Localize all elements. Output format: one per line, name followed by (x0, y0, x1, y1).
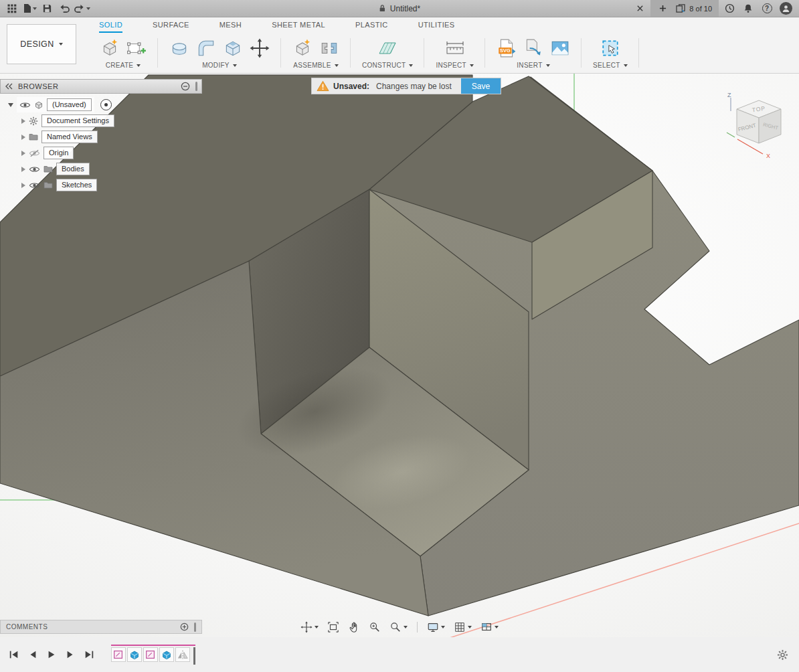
new-component-icon[interactable] (292, 38, 313, 58)
chevron-down-icon (495, 626, 499, 628)
timeline-mirror-feature[interactable] (175, 647, 190, 662)
tab-solid[interactable]: SOLID (99, 17, 122, 33)
avatar[interactable] (778, 1, 794, 16)
notifications-button[interactable] (740, 1, 756, 16)
help-button[interactable]: ? (759, 1, 775, 16)
timeline-sketch-feature[interactable] (143, 647, 158, 662)
comments-bar[interactable]: COMMENTS (0, 620, 202, 634)
move-icon[interactable] (250, 38, 270, 58)
pan-button[interactable] (347, 620, 361, 635)
construction-plane-icon[interactable] (377, 38, 397, 58)
browser-item-label[interactable]: Bodies (56, 163, 90, 175)
timeline-features (111, 645, 195, 665)
grid-snap-button[interactable] (452, 620, 473, 635)
expand-caret-icon[interactable] (21, 118, 25, 124)
create-sketch-icon[interactable] (126, 38, 147, 58)
folder-icon (29, 133, 38, 141)
job-status-button[interactable] (721, 1, 737, 16)
joint-icon[interactable] (319, 38, 339, 58)
chevron-down-icon (470, 64, 474, 67)
timeline-settings-button[interactable] (775, 647, 790, 662)
visibility-eye-icon[interactable] (19, 101, 31, 109)
workspace-select[interactable]: DESIGN (7, 24, 76, 64)
unsaved-warning-bar: Unsaved: Changes may be lost Save (311, 78, 501, 94)
tab-utilities[interactable]: UTILITIES (418, 17, 455, 33)
browser-item-label[interactable]: Document Settings (41, 114, 114, 127)
play-button[interactable] (44, 647, 59, 662)
tab-sheet-metal[interactable]: SHEET METAL (272, 17, 325, 33)
skip-to-start-button[interactable] (7, 647, 21, 662)
chevron-down-icon (137, 64, 141, 67)
close-document-button[interactable] (632, 1, 648, 16)
browser-item-label[interactable]: Sketches (56, 179, 97, 191)
step-back-button[interactable] (25, 647, 40, 662)
canvas-icon[interactable] (550, 38, 570, 58)
orbit-button[interactable] (299, 620, 320, 635)
browser-panel: BROWSER (Unsaved) (0, 79, 202, 193)
redo-button[interactable] (74, 1, 90, 16)
save-button[interactable]: Save (461, 78, 501, 94)
fillet-icon[interactable] (196, 38, 216, 58)
shell-icon[interactable] (223, 38, 243, 58)
step-forward-button[interactable] (63, 647, 78, 662)
group-label-create[interactable]: CREATE (106, 62, 141, 70)
chevron-down-icon (546, 64, 550, 67)
viewcube[interactable]: Z TOP FRONT RIGHT X (721, 91, 796, 166)
visibility-eye-icon[interactable] (29, 165, 40, 173)
browser-item-label[interactable]: Origin (43, 147, 74, 159)
group-label-inspect[interactable]: INSPECT (436, 62, 473, 70)
expand-caret-icon[interactable] (21, 135, 25, 140)
collapse-panel-icon[interactable] (5, 83, 13, 90)
group-label-assemble[interactable]: ASSEMBLE (293, 62, 338, 70)
new-body-icon[interactable] (100, 38, 120, 58)
file-menu-button[interactable] (21, 1, 37, 16)
derive-icon[interactable] (523, 38, 543, 58)
chevron-down-icon (404, 626, 408, 628)
folder-icon (43, 165, 53, 173)
expand-caret-icon[interactable] (21, 151, 25, 156)
expand-comments-icon[interactable] (180, 622, 189, 631)
measure-icon[interactable] (445, 38, 465, 58)
zoom-button[interactable] (388, 620, 409, 635)
skip-to-end-button[interactable] (82, 647, 96, 662)
tab-surface[interactable]: SURFACE (153, 17, 189, 33)
press-pull-icon[interactable] (169, 38, 189, 58)
expand-caret-icon[interactable] (21, 167, 25, 172)
undo-icon (59, 3, 70, 13)
tab-mesh[interactable]: MESH (219, 17, 242, 33)
expand-caret-icon[interactable] (21, 183, 25, 188)
fit-view-button[interactable] (326, 620, 341, 635)
pan-hand-icon (348, 621, 360, 633)
scrollbar[interactable] (194, 622, 196, 632)
eye-hidden-icon[interactable] (29, 149, 40, 157)
collapse-caret-icon[interactable] (8, 103, 13, 107)
visibility-eye-icon[interactable] (29, 181, 40, 189)
insert-svg-icon[interactable]: SVG (497, 38, 517, 58)
scrollbar[interactable] (195, 82, 197, 91)
new-tab-button[interactable] (654, 1, 671, 16)
tab-counter[interactable]: 8 of 10 (673, 4, 715, 13)
browser-row-document-settings: Document Settings (0, 113, 202, 129)
viewport-3d[interactable]: Unsaved: Changes may be lost Save BROWSE… (0, 74, 799, 637)
activate-component-radio[interactable] (100, 99, 112, 110)
app-grid-button[interactable] (4, 1, 20, 16)
group-label-modify[interactable]: MODIFY (202, 62, 237, 70)
group-label-construct[interactable]: CONSTRUCT (362, 62, 413, 70)
zoom-window-button[interactable] (367, 620, 382, 635)
group-label-select[interactable]: SELECT (593, 62, 628, 70)
display-settings-button[interactable] (426, 620, 446, 635)
collapse-all-icon[interactable] (181, 82, 190, 91)
chevron-down-icon (624, 64, 628, 67)
group-label-insert[interactable]: INSERT (517, 62, 549, 70)
save-document-button[interactable] (39, 1, 55, 16)
timeline-position-marker[interactable] (193, 647, 195, 665)
tab-plastic[interactable]: PLASTIC (355, 17, 388, 33)
undo-button[interactable] (56, 1, 72, 16)
root-document-label[interactable]: (Unsaved) (47, 98, 92, 111)
viewports-button[interactable] (479, 620, 500, 635)
timeline-extrude-feature[interactable] (159, 647, 174, 662)
browser-item-label[interactable]: Named Views (41, 131, 98, 143)
timeline-sketch-feature[interactable] (111, 647, 126, 662)
select-icon[interactable] (600, 38, 620, 58)
timeline-extrude-feature[interactable] (127, 647, 142, 662)
